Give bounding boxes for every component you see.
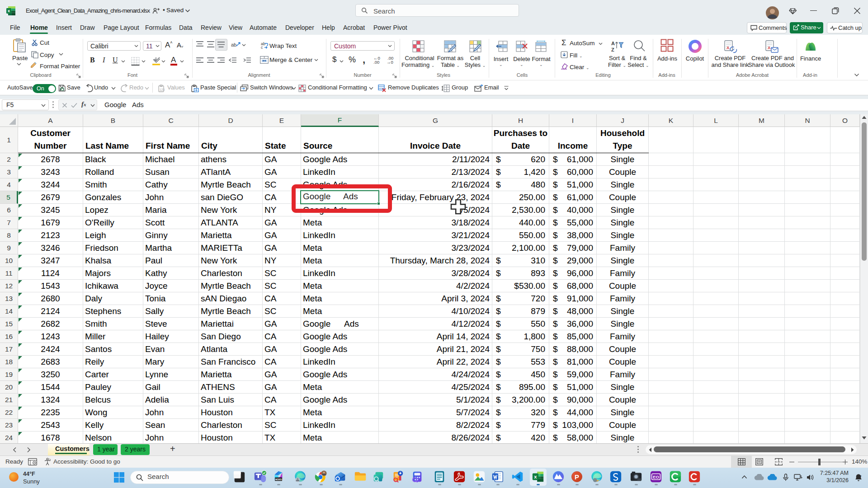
svg-text:A: A [611, 41, 615, 46]
svg-text:A: A [726, 46, 730, 50]
svg-text:P: P [575, 473, 579, 481]
svg-text:123: 123 [160, 88, 165, 91]
svg-text:x: x [8, 8, 10, 13]
svg-text:EO: EO [653, 475, 659, 479]
svg-text:ab: ab [231, 42, 236, 47]
svg-text:M365: M365 [275, 478, 282, 481]
svg-text:→0: →0 [387, 60, 393, 64]
svg-text:Z: Z [611, 47, 614, 52]
svg-text:z: z [860, 474, 862, 477]
svg-text:.00: .00 [373, 60, 379, 64]
svg-text:x: x [534, 474, 537, 479]
svg-text:A: A [768, 46, 771, 50]
svg-text:c: c [261, 45, 263, 49]
